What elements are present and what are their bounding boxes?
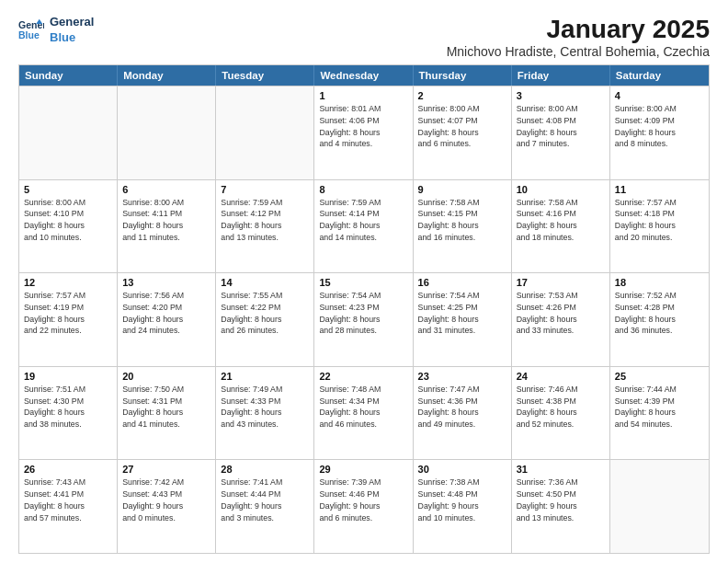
calendar-week-4: 19Sunrise: 7:51 AM Sunset: 4:30 PM Dayli… <box>19 366 709 460</box>
calendar-week-3: 12Sunrise: 7:57 AM Sunset: 4:19 PM Dayli… <box>19 272 709 366</box>
calendar-body: 1Sunrise: 8:01 AM Sunset: 4:06 PM Daylig… <box>19 86 709 553</box>
day-number-16: 16 <box>418 277 506 288</box>
day-number-25: 25 <box>615 371 704 382</box>
day-number-24: 24 <box>517 371 605 382</box>
day-number-3: 3 <box>517 90 605 101</box>
calendar-week-5: 26Sunrise: 7:43 AM Sunset: 4:41 PM Dayli… <box>19 459 709 553</box>
day-info-15: Sunrise: 7:54 AM Sunset: 4:23 PM Dayligh… <box>319 290 407 337</box>
empty-cell-w0-d2 <box>216 86 314 179</box>
day-number-6: 6 <box>122 184 210 195</box>
day-cell-15: 15Sunrise: 7:54 AM Sunset: 4:23 PM Dayli… <box>314 273 413 366</box>
day-cell-30: 30Sunrise: 7:38 AM Sunset: 4:48 PM Dayli… <box>414 460 512 553</box>
title-section: January 2025 Mnichovo Hradiste, Central … <box>447 15 710 59</box>
day-cell-2: 2Sunrise: 8:00 AM Sunset: 4:07 PM Daylig… <box>414 86 512 179</box>
day-cell-7: 7Sunrise: 7:59 AM Sunset: 4:12 PM Daylig… <box>216 180 314 273</box>
calendar-week-2: 5Sunrise: 8:00 AM Sunset: 4:10 PM Daylig… <box>19 179 709 273</box>
day-number-17: 17 <box>517 277 605 288</box>
day-cell-21: 21Sunrise: 7:49 AM Sunset: 4:33 PM Dayli… <box>216 367 314 460</box>
day-info-25: Sunrise: 7:44 AM Sunset: 4:39 PM Dayligh… <box>615 384 704 431</box>
page-header: General Blue General Blue January 2025 M… <box>18 15 710 59</box>
day-cell-1: 1Sunrise: 8:01 AM Sunset: 4:06 PM Daylig… <box>314 86 413 179</box>
svg-text:Blue: Blue <box>18 29 40 40</box>
day-info-31: Sunrise: 7:36 AM Sunset: 4:50 PM Dayligh… <box>517 477 605 523</box>
day-cell-24: 24Sunrise: 7:46 AM Sunset: 4:38 PM Dayli… <box>512 367 610 460</box>
header-wednesday: Wednesday <box>314 65 413 86</box>
day-cell-20: 20Sunrise: 7:50 AM Sunset: 4:31 PM Dayli… <box>118 367 216 460</box>
day-number-22: 22 <box>319 371 407 382</box>
day-info-10: Sunrise: 7:58 AM Sunset: 4:16 PM Dayligh… <box>517 197 605 244</box>
day-cell-3: 3Sunrise: 8:00 AM Sunset: 4:08 PM Daylig… <box>512 86 610 179</box>
day-cell-10: 10Sunrise: 7:58 AM Sunset: 4:16 PM Dayli… <box>512 180 610 273</box>
day-number-4: 4 <box>615 90 704 101</box>
day-cell-4: 4Sunrise: 8:00 AM Sunset: 4:09 PM Daylig… <box>610 86 709 179</box>
day-info-28: Sunrise: 7:41 AM Sunset: 4:44 PM Dayligh… <box>221 477 309 523</box>
day-info-19: Sunrise: 7:51 AM Sunset: 4:30 PM Dayligh… <box>24 384 112 431</box>
day-info-24: Sunrise: 7:46 AM Sunset: 4:38 PM Dayligh… <box>517 384 605 431</box>
day-cell-29: 29Sunrise: 7:39 AM Sunset: 4:46 PM Dayli… <box>314 460 413 553</box>
day-info-13: Sunrise: 7:56 AM Sunset: 4:20 PM Dayligh… <box>122 290 210 337</box>
day-cell-19: 19Sunrise: 7:51 AM Sunset: 4:30 PM Dayli… <box>19 367 118 460</box>
calendar: Sunday Monday Tuesday Wednesday Thursday… <box>18 64 710 554</box>
day-info-21: Sunrise: 7:49 AM Sunset: 4:33 PM Dayligh… <box>221 384 309 431</box>
day-cell-31: 31Sunrise: 7:36 AM Sunset: 4:50 PM Dayli… <box>512 460 610 553</box>
header-tuesday: Tuesday <box>216 65 314 86</box>
day-info-27: Sunrise: 7:42 AM Sunset: 4:43 PM Dayligh… <box>122 477 210 523</box>
day-info-16: Sunrise: 7:54 AM Sunset: 4:25 PM Dayligh… <box>418 290 506 337</box>
day-number-26: 26 <box>24 464 112 475</box>
day-number-29: 29 <box>319 464 407 475</box>
day-number-2: 2 <box>418 90 506 101</box>
day-cell-13: 13Sunrise: 7:56 AM Sunset: 4:20 PM Dayli… <box>118 273 216 366</box>
day-number-14: 14 <box>221 277 309 288</box>
logo-icon: General Blue <box>18 17 44 43</box>
day-info-12: Sunrise: 7:57 AM Sunset: 4:19 PM Dayligh… <box>24 290 112 337</box>
day-cell-22: 22Sunrise: 7:48 AM Sunset: 4:34 PM Dayli… <box>314 367 413 460</box>
day-number-23: 23 <box>418 371 506 382</box>
day-number-15: 15 <box>319 277 407 288</box>
day-info-23: Sunrise: 7:47 AM Sunset: 4:36 PM Dayligh… <box>418 384 506 431</box>
header-sunday: Sunday <box>19 65 118 86</box>
day-info-29: Sunrise: 7:39 AM Sunset: 4:46 PM Dayligh… <box>319 477 407 523</box>
logo-text-general: General <box>50 15 94 30</box>
day-cell-23: 23Sunrise: 7:47 AM Sunset: 4:36 PM Dayli… <box>414 367 512 460</box>
day-info-2: Sunrise: 8:00 AM Sunset: 4:07 PM Dayligh… <box>418 103 506 150</box>
day-cell-28: 28Sunrise: 7:41 AM Sunset: 4:44 PM Dayli… <box>216 460 314 553</box>
day-number-12: 12 <box>24 277 112 288</box>
day-info-26: Sunrise: 7:43 AM Sunset: 4:41 PM Dayligh… <box>24 477 112 523</box>
day-cell-14: 14Sunrise: 7:55 AM Sunset: 4:22 PM Dayli… <box>216 273 314 366</box>
day-number-5: 5 <box>24 184 112 195</box>
logo-text-blue: Blue <box>50 30 94 46</box>
header-saturday: Saturday <box>610 65 709 86</box>
header-monday: Monday <box>118 65 216 86</box>
day-number-10: 10 <box>517 184 605 195</box>
empty-cell-w0-d1 <box>118 86 216 179</box>
day-number-30: 30 <box>418 464 506 475</box>
day-cell-8: 8Sunrise: 7:59 AM Sunset: 4:14 PM Daylig… <box>314 180 413 273</box>
day-info-17: Sunrise: 7:53 AM Sunset: 4:26 PM Dayligh… <box>517 290 605 337</box>
day-info-11: Sunrise: 7:57 AM Sunset: 4:18 PM Dayligh… <box>615 197 704 244</box>
day-info-14: Sunrise: 7:55 AM Sunset: 4:22 PM Dayligh… <box>221 290 309 337</box>
day-number-11: 11 <box>615 184 704 195</box>
day-info-30: Sunrise: 7:38 AM Sunset: 4:48 PM Dayligh… <box>418 477 506 523</box>
day-info-22: Sunrise: 7:48 AM Sunset: 4:34 PM Dayligh… <box>319 384 407 431</box>
month-title: January 2025 <box>447 15 710 44</box>
day-cell-17: 17Sunrise: 7:53 AM Sunset: 4:26 PM Dayli… <box>512 273 610 366</box>
location-subtitle: Mnichovo Hradiste, Central Bohemia, Czec… <box>447 44 710 59</box>
empty-cell-w0-d0 <box>19 86 118 179</box>
day-cell-26: 26Sunrise: 7:43 AM Sunset: 4:41 PM Dayli… <box>19 460 118 553</box>
day-cell-25: 25Sunrise: 7:44 AM Sunset: 4:39 PM Dayli… <box>610 367 709 460</box>
day-number-8: 8 <box>319 184 407 195</box>
day-cell-27: 27Sunrise: 7:42 AM Sunset: 4:43 PM Dayli… <box>118 460 216 553</box>
header-friday: Friday <box>512 65 610 86</box>
day-number-19: 19 <box>24 371 112 382</box>
calendar-header: Sunday Monday Tuesday Wednesday Thursday… <box>19 65 709 86</box>
day-info-6: Sunrise: 8:00 AM Sunset: 4:11 PM Dayligh… <box>122 197 210 244</box>
day-info-8: Sunrise: 7:59 AM Sunset: 4:14 PM Dayligh… <box>319 197 407 244</box>
day-info-5: Sunrise: 8:00 AM Sunset: 4:10 PM Dayligh… <box>24 197 112 244</box>
day-number-13: 13 <box>122 277 210 288</box>
empty-cell-w4-d6 <box>610 460 709 553</box>
day-cell-11: 11Sunrise: 7:57 AM Sunset: 4:18 PM Dayli… <box>610 180 709 273</box>
day-number-28: 28 <box>221 464 309 475</box>
day-info-9: Sunrise: 7:58 AM Sunset: 4:15 PM Dayligh… <box>418 197 506 244</box>
header-thursday: Thursday <box>414 65 512 86</box>
day-cell-18: 18Sunrise: 7:52 AM Sunset: 4:28 PM Dayli… <box>610 273 709 366</box>
